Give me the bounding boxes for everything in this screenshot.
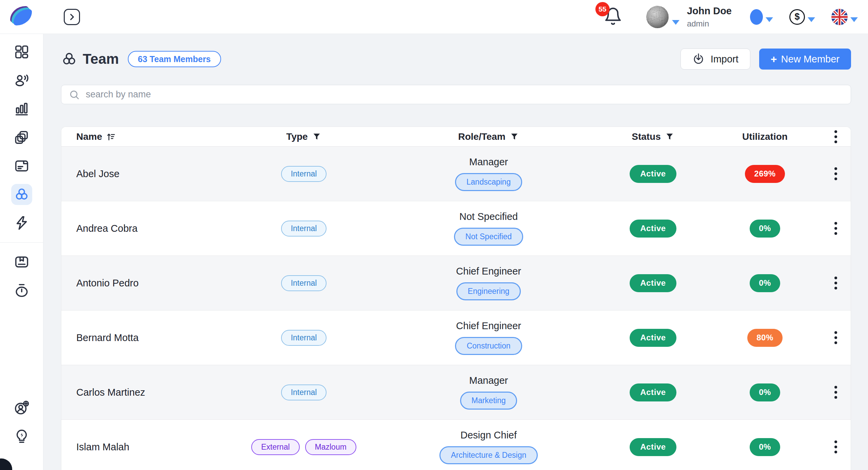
table-row: Abel JoseInternalManagerLandscapingActiv… xyxy=(61,147,851,201)
row-actions-button[interactable] xyxy=(832,328,840,347)
type-badge: Internal xyxy=(281,221,327,237)
sidebar-item-idea-bulb[interactable] xyxy=(11,426,32,447)
status-badge: Active xyxy=(630,438,676,456)
chevron-right-icon xyxy=(67,13,76,21)
column-header-role-team[interactable]: Role/Team xyxy=(380,131,597,142)
sidebar-item-notes[interactable] xyxy=(11,155,32,176)
page-header: Team 63 Team Members Import + New Member xyxy=(61,48,851,70)
status-cell: Active xyxy=(597,329,709,347)
table-row: Andrea CobraInternalNot SpecifiedNot Spe… xyxy=(61,201,851,256)
type-badge: Internal xyxy=(281,166,327,182)
member-count-badge: 63 Team Members xyxy=(128,51,221,67)
member-role: Design Chief xyxy=(460,430,517,441)
status-badge: Active xyxy=(630,274,676,292)
new-member-button[interactable]: + New Member xyxy=(759,49,851,70)
column-header-type[interactable]: Type xyxy=(228,131,380,142)
table-row: Antonio PedroInternalChief EngineerEngin… xyxy=(61,256,851,311)
row-actions-button[interactable] xyxy=(832,383,840,401)
notification-count-badge: 55 xyxy=(595,2,610,16)
sidebar-item-archive[interactable] xyxy=(11,251,32,272)
sidebar-item-stopwatch[interactable] xyxy=(11,280,32,301)
member-type-cell: Internal xyxy=(228,221,380,237)
sidebar-expand-button[interactable] xyxy=(64,9,80,25)
topbar-right: 55 John Doe admin $ xyxy=(604,5,868,29)
archive-icon xyxy=(14,254,29,270)
status-cell: Active xyxy=(597,274,709,292)
sidebar-item-zap[interactable] xyxy=(11,212,32,233)
sidebar-item-users[interactable] xyxy=(11,70,32,91)
status-badge: Active xyxy=(630,220,676,238)
search-icon xyxy=(69,89,80,100)
team-badge: Architecture & Design xyxy=(439,446,538,464)
type-badge: Internal xyxy=(281,384,327,400)
language-menu[interactable] xyxy=(831,9,858,25)
user-role: admin xyxy=(687,19,732,29)
member-role: Manager xyxy=(469,375,508,386)
column-header-status[interactable]: Status xyxy=(597,131,709,142)
chevron-down-icon xyxy=(850,17,858,22)
status-badge: Active xyxy=(630,329,676,347)
row-actions-button[interactable] xyxy=(832,219,840,238)
plus-icon: + xyxy=(771,53,777,65)
member-role: Manager xyxy=(469,156,508,168)
role-team-cell: Chief EngineerConstruction xyxy=(380,320,597,355)
type-badge: External xyxy=(251,439,299,455)
sidebar-item-team[interactable] xyxy=(11,184,32,205)
notifications-button[interactable]: 55 xyxy=(604,7,623,27)
utilization-cell: 80% xyxy=(709,329,821,347)
search-bar xyxy=(61,85,851,104)
column-header-utilization[interactable]: Utilization xyxy=(709,131,821,142)
role-team-cell: Not SpecifiedNot Specified xyxy=(380,211,597,246)
import-icon xyxy=(692,53,705,65)
type-badge: Mazloum xyxy=(305,439,356,455)
theme-color-icon xyxy=(750,9,763,25)
sidebar-item-bar-chart[interactable] xyxy=(11,98,32,119)
member-name: Andrea Cobra xyxy=(61,223,228,234)
member-name: Carlos Martinez xyxy=(61,387,228,398)
status-cell: Active xyxy=(597,220,709,238)
role-team-cell: ManagerLandscaping xyxy=(380,156,597,191)
import-label: Import xyxy=(711,54,738,65)
member-type-cell: Internal xyxy=(228,330,380,346)
filter-icon xyxy=(510,132,519,142)
team-badge: Engineering xyxy=(456,282,521,300)
type-badge: Internal xyxy=(281,275,327,291)
member-type-cell: Internal xyxy=(228,275,380,291)
currency-menu[interactable]: $ xyxy=(789,9,815,25)
status-cell: Active xyxy=(597,383,709,401)
sidebar-item-layers[interactable] xyxy=(11,127,32,148)
status-badge: Active xyxy=(630,165,676,183)
row-actions-button[interactable] xyxy=(832,165,840,183)
column-label: Role/Team xyxy=(458,131,506,142)
dashboard-icon xyxy=(14,44,29,60)
sidebar-item-dashboard[interactable] xyxy=(11,41,32,62)
team-table: NameTypeRole/TeamStatusUtilization Abel … xyxy=(61,127,851,470)
search-input[interactable] xyxy=(86,89,843,100)
table-header-row: NameTypeRole/TeamStatusUtilization xyxy=(61,127,851,147)
theme-color-menu[interactable] xyxy=(750,9,773,25)
row-actions-button[interactable] xyxy=(832,274,840,292)
column-label: Status xyxy=(632,131,661,142)
import-button[interactable]: Import xyxy=(680,49,750,70)
table-options-button[interactable] xyxy=(832,128,840,146)
sidebar-item-invite-user[interactable] xyxy=(11,397,32,418)
status-cell: Active xyxy=(597,165,709,183)
user-menu[interactable] xyxy=(646,6,679,28)
page-title: Team xyxy=(83,51,119,67)
utilization-badge: 269% xyxy=(745,165,785,183)
column-label: Name xyxy=(76,131,102,142)
column-header-name[interactable]: Name xyxy=(61,131,228,142)
utilization-cell: 0% xyxy=(709,274,821,292)
uk-flag-icon xyxy=(831,9,848,25)
role-team-cell: ManagerMarketing xyxy=(380,375,597,410)
status-badge: Active xyxy=(630,383,676,401)
member-type-cell: Internal xyxy=(228,166,380,182)
sidebar-divider xyxy=(0,242,43,243)
filter-icon xyxy=(312,132,321,142)
chevron-down-icon xyxy=(808,17,815,22)
user-name: John Doe xyxy=(687,5,732,17)
member-name: Bernard Motta xyxy=(61,332,228,343)
type-badge: Internal xyxy=(281,330,327,346)
member-role: Chief Engineer xyxy=(456,320,521,332)
row-actions-button[interactable] xyxy=(832,438,840,456)
